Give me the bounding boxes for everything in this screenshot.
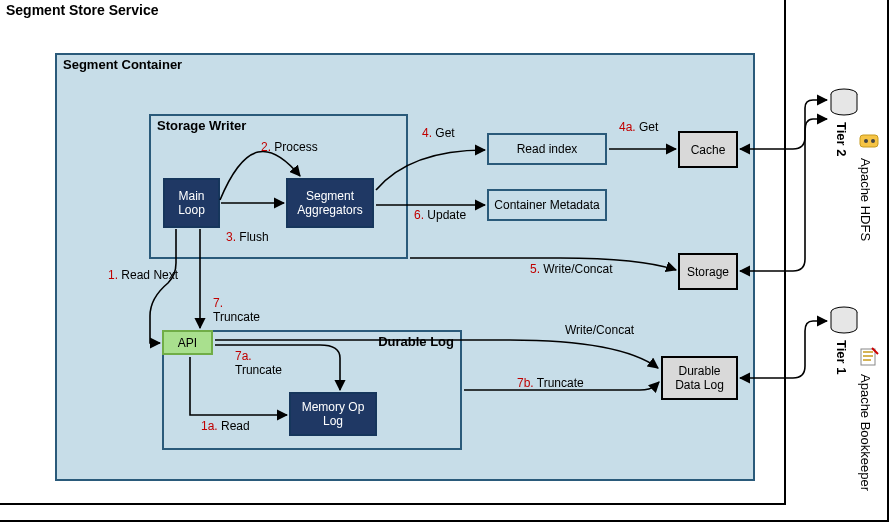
cache-label: Cache [691,143,726,157]
step-4-label: 4. Get [422,126,455,140]
step-1-label: 1. Read Next [108,268,178,282]
segment-aggregators-box: Segment Aggregators [286,178,374,228]
hdfs-label: Apache HDFS [858,158,873,241]
memory-op-log-box: Memory Op Log [289,392,377,436]
main-loop-box: Main Loop [163,178,220,228]
read-index-box: Read index [487,133,607,165]
api-label: API [178,336,197,350]
step-4a-label: 4a. Get [619,120,658,134]
step-5-label: 5. Write/Concat [530,262,613,276]
svg-point-3 [871,139,875,143]
bookkeeper-label: Apache Bookkeeper [858,374,873,491]
step-2-label: 2. Process [261,140,318,154]
durable-data-log-box: Durable Data Log [661,356,738,400]
main-loop-label: Main Loop [165,189,218,217]
bookkeeper-icon [858,346,880,368]
canvas: Segment Store Service Segment Container … [0,0,889,522]
storage-writer-title: Storage Writer [157,118,246,133]
svg-rect-1 [860,135,878,147]
write-concat-label: Write/Concat [565,323,634,337]
step-6-label: 6. Update [414,208,466,222]
container-metadata-box: Container Metadata [487,189,607,221]
step-3-label: 3. Flush [226,230,269,244]
container-metadata-label: Container Metadata [494,198,599,212]
step-7b-label: 7b. Truncate [517,376,584,390]
memory-op-log-label: Memory Op Log [291,400,375,428]
durable-data-log-label: Durable Data Log [665,364,734,392]
tier2-cylinder-icon [829,88,859,118]
hdfs-icon [858,130,880,152]
step-7a-label: 7a.Truncate [235,349,282,377]
cache-box: Cache [678,131,738,168]
segment-aggregators-label: Segment Aggregators [288,189,372,217]
storage-label: Storage [687,265,729,279]
tier1-cylinder-icon [829,306,859,336]
step-1a-label: 1a. Read [201,419,250,433]
tier2-label: Tier 2 [834,122,849,156]
tier1-label: Tier 1 [834,340,849,374]
svg-point-2 [864,139,868,143]
durable-log-title: Durable Log [378,334,454,349]
step-7-label: 7.Truncate [213,296,260,324]
read-index-label: Read index [517,142,578,156]
storage-box: Storage [678,253,738,290]
segment-container-title: Segment Container [63,57,182,72]
api-box: API [162,330,213,355]
segment-store-title: Segment Store Service [6,2,159,18]
